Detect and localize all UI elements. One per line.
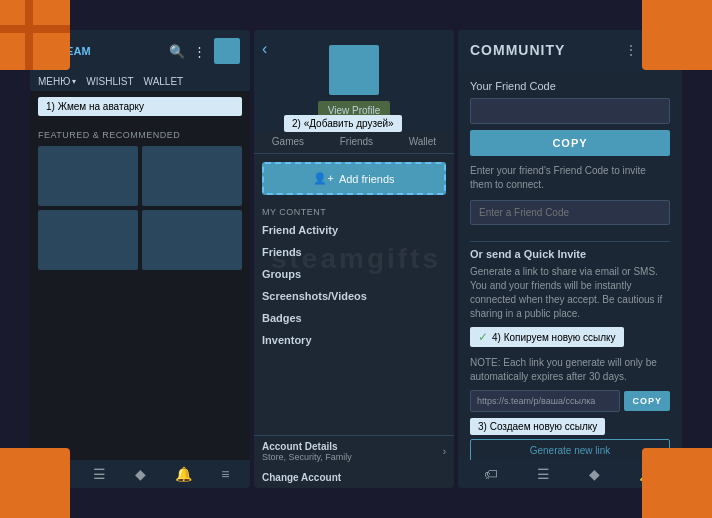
gift-decoration-top-right: [642, 0, 712, 70]
steam-panel: ⊙ STEAM 🔍 ⋮ МЕНЮ▾ WISHLIST WALLET 1) Жме…: [30, 30, 250, 488]
bottom-menu-icon[interactable]: ≡: [221, 466, 229, 482]
friend-code-desc: Enter your friend's Friend Code to invit…: [470, 164, 670, 192]
friend-code-label: Your Friend Code: [470, 80, 670, 92]
menu-friend-activity[interactable]: Friend Activity: [254, 219, 454, 241]
copy-link-tooltip: ✓ 4) Копируем новую ссылку: [470, 327, 624, 347]
steam-content: FEATURED & RECOMMENDED: [30, 122, 250, 460]
featured-images-2: [38, 210, 242, 270]
featured-img-1: [38, 146, 138, 206]
copy-friend-code-button[interactable]: COPY: [470, 130, 670, 156]
quick-invite-desc: Generate a link to share via email or SM…: [470, 265, 670, 321]
search-icon[interactable]: 🔍: [169, 44, 185, 59]
tab-games[interactable]: Games: [272, 136, 304, 147]
link-row: COPY: [470, 390, 670, 412]
account-title: Account Details: [262, 441, 352, 452]
main-container: ⊙ STEAM 🔍 ⋮ МЕНЮ▾ WISHLIST WALLET 1) Жме…: [30, 30, 682, 488]
divider: [470, 241, 670, 242]
nav-wallet[interactable]: WALLET: [144, 76, 184, 87]
gift-decoration-top-left: [0, 0, 70, 70]
menu-items: Friend Activity Friends Groups Screensho…: [254, 219, 454, 435]
add-friends-button[interactable]: 👤+ Add friends: [262, 162, 446, 195]
menu-icon[interactable]: ⋮: [193, 44, 206, 59]
community-menu-icon[interactable]: ⋮: [624, 42, 638, 58]
note-text: NOTE: Each link you generate will only b…: [470, 356, 670, 384]
right-panel: COMMUNITY ⋮ Your Friend Code COPY Enter …: [458, 30, 682, 488]
nav-wishlist[interactable]: WISHLIST: [86, 76, 133, 87]
my-content-label: MY CONTENT: [254, 203, 454, 219]
menu-friends[interactable]: Friends: [254, 241, 454, 263]
add-friends-icon: 👤+: [313, 172, 333, 185]
avatar[interactable]: [214, 38, 240, 64]
gift-decoration-bottom-right: [642, 448, 712, 518]
featured-img-2: [142, 146, 242, 206]
community-title: COMMUNITY: [470, 42, 565, 58]
account-sub: Store, Security, Family: [262, 452, 352, 462]
steam-nav: МЕНЮ▾ WISHLIST WALLET: [30, 72, 250, 91]
quick-invite-title: Or send a Quick Invite: [470, 248, 670, 260]
change-account-item[interactable]: Change Account: [254, 467, 454, 488]
featured-images: [38, 146, 242, 206]
tooltip-avatar: 1) Жмем на аватарку: [38, 97, 242, 116]
comm-bottom-tag-icon[interactable]: 🏷: [484, 466, 498, 482]
account-arrow-icon: ›: [443, 446, 446, 457]
tab-friends[interactable]: Friends: [340, 136, 373, 147]
community-content: Your Friend Code COPY Enter your friend'…: [458, 70, 682, 460]
comm-bottom-diamond-icon[interactable]: ◆: [589, 466, 600, 482]
menu-screenshots[interactable]: Screenshots/Videos: [254, 285, 454, 307]
generate-link-tooltip: 3) Создаем новую ссылку: [470, 418, 605, 435]
bottom-diamond-icon[interactable]: ◆: [135, 466, 146, 482]
menu-badges[interactable]: Badges: [254, 307, 454, 329]
middle-panel: ‹ View Profile 2) «Добавить друзей» Game…: [254, 30, 454, 488]
checkmark-icon: ✓: [478, 330, 488, 344]
generate-new-link-button[interactable]: Generate new link: [470, 439, 670, 460]
menu-inventory[interactable]: Inventory: [254, 329, 454, 351]
account-details-item[interactable]: Account Details Store, Security, Family …: [254, 435, 454, 467]
copy-link-button[interactable]: COPY: [624, 391, 670, 411]
bottom-list-icon[interactable]: ☰: [93, 466, 106, 482]
add-friends-tooltip: 2) «Добавить друзей»: [284, 115, 402, 132]
profile-tabs: Games Friends Wallet: [254, 130, 454, 154]
back-arrow[interactable]: ‹: [262, 40, 267, 58]
link-url-input[interactable]: [470, 390, 620, 412]
comm-bottom-list-icon[interactable]: ☰: [537, 466, 550, 482]
tab-wallet[interactable]: Wallet: [409, 136, 436, 147]
featured-img-4: [142, 210, 242, 270]
generate-link-container: 3) Создаем новую ссылку Generate new lin…: [470, 416, 670, 460]
featured-img-3: [38, 210, 138, 270]
enter-friend-code-input[interactable]: [470, 200, 670, 225]
nav-menu[interactable]: МЕНЮ▾: [38, 76, 76, 87]
friend-code-input[interactable]: [470, 98, 670, 124]
menu-groups[interactable]: Groups: [254, 263, 454, 285]
featured-label: FEATURED & RECOMMENDED: [38, 130, 242, 140]
gift-decoration-bottom-left: [0, 448, 70, 518]
profile-avatar: [329, 45, 379, 95]
bottom-bell-icon[interactable]: 🔔: [175, 466, 192, 482]
